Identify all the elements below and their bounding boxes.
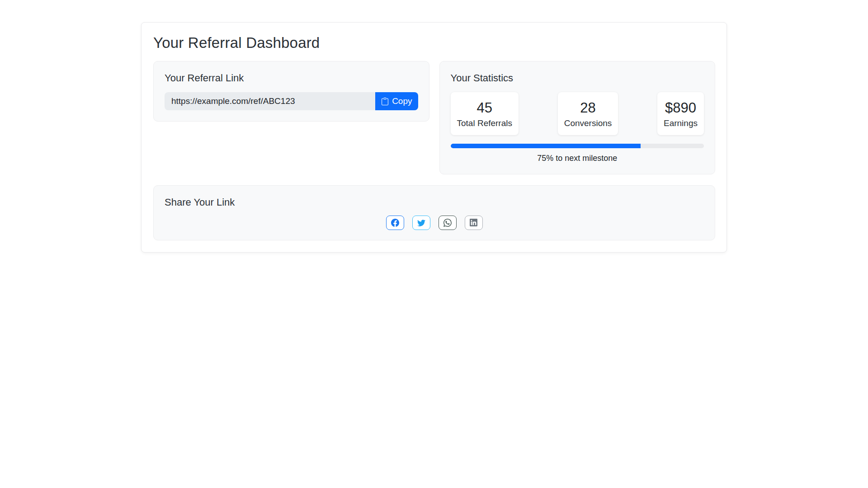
top-panels-row: Your Referral Link Copy Your Statistics <box>153 61 715 174</box>
share-whatsapp-button[interactable] <box>439 216 457 230</box>
whatsapp-icon <box>443 219 452 227</box>
share-buttons-row <box>165 216 704 230</box>
referral-link-input-group: Copy <box>165 92 418 110</box>
clipboard-icon <box>381 98 389 105</box>
share-twitter-button[interactable] <box>412 216 430 230</box>
referral-link-input[interactable] <box>165 92 375 110</box>
milestone-progress-bar <box>451 144 704 148</box>
copy-button-label: Copy <box>392 96 412 106</box>
stat-card-earnings: $890 Earnings <box>657 92 704 135</box>
facebook-icon <box>391 219 399 227</box>
milestone-progress-fill <box>451 144 641 148</box>
stat-label: Earnings <box>664 118 698 128</box>
twitter-icon <box>417 219 425 227</box>
referral-dashboard-card: Your Referral Dashboard Your Referral Li… <box>141 22 727 253</box>
page-title: Your Referral Dashboard <box>153 34 715 52</box>
stat-card-conversions: 28 Conversions <box>558 92 618 135</box>
stat-label: Conversions <box>564 118 612 128</box>
referral-link-panel: Your Referral Link Copy <box>153 61 429 122</box>
share-facebook-button[interactable] <box>386 216 404 230</box>
stat-value: 45 <box>457 100 513 116</box>
stat-card-total-referrals: 45 Total Referrals <box>451 92 519 135</box>
share-heading: Share Your Link <box>165 197 704 208</box>
stat-value: 28 <box>564 100 612 116</box>
copy-button[interactable]: Copy <box>375 92 418 110</box>
referral-link-heading: Your Referral Link <box>165 72 418 84</box>
linkedin-icon <box>470 219 477 226</box>
share-panel: Share Your Link <box>153 185 715 240</box>
stat-value: $890 <box>664 100 698 116</box>
stat-label: Total Referrals <box>457 118 513 128</box>
share-linkedin-button[interactable] <box>465 216 483 230</box>
statistics-heading: Your Statistics <box>451 72 704 84</box>
milestone-progress-label: 75% to next milestone <box>451 154 704 163</box>
stats-row: 45 Total Referrals 28 Conversions $890 E… <box>451 92 704 135</box>
statistics-panel: Your Statistics 45 Total Referrals 28 Co… <box>439 61 716 174</box>
